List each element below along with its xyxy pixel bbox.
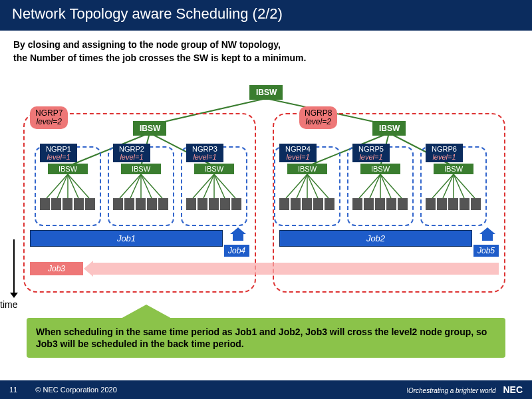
- callout-bubble: When scheduling in the same time period …: [27, 318, 505, 358]
- nodes-3: [186, 198, 241, 210]
- page-number: 11: [9, 386, 17, 394]
- subhead-line2: the Number of times the job crosses the …: [13, 53, 306, 63]
- job5-bar: Job5: [473, 245, 499, 257]
- ibsw-5: IBSW: [360, 164, 400, 174]
- job3-arrow-icon: [93, 263, 499, 275]
- tagline: \Orchestrating a brighter world: [406, 387, 496, 394]
- ibsw-1: IBSW: [48, 164, 88, 174]
- ngrp4-level: level=1: [286, 153, 309, 161]
- slide-title: Network Topology aware Scheduling (2/2): [12, 5, 283, 22]
- subhead-line1: By closing and assigning to the node gro…: [13, 39, 281, 50]
- nodes-6: [426, 198, 481, 210]
- ngrp4-tag: NGRP4level=1: [279, 144, 317, 162]
- ibsw-6: IBSW: [434, 164, 473, 174]
- ngrp5-name: NGRP5: [358, 145, 384, 153]
- ngrp2-level: level=1: [120, 153, 143, 161]
- ngrp8-name: NGRP8: [305, 108, 332, 118]
- ngrp8-level: level=2: [305, 117, 331, 126]
- nodes-2: [113, 198, 168, 210]
- footer: 11 © NEC Corporation 2020 \Orchestrating…: [0, 380, 532, 399]
- ngrp4-name: NGRP4: [285, 145, 311, 153]
- slide-header: Network Topology aware Scheduling (2/2): [0, 0, 532, 31]
- ngrp2-name: NGRP2: [119, 145, 144, 153]
- job4-arrow-icon: [233, 234, 243, 241]
- callout-text: When scheduling in the same time period …: [36, 327, 487, 349]
- diagram-canvas: IBSW IBSW IBSW NGRP7 level=2 NGRP8 level…: [20, 80, 512, 306]
- time-label: time: [0, 299, 17, 310]
- ngrp2-tag: NGRP2level=1: [113, 144, 150, 162]
- ngrp7-name: NGRP7: [35, 108, 63, 118]
- ngrp7-level: level=2: [36, 117, 61, 126]
- ngrp3-level: level=1: [193, 153, 216, 161]
- job4-bar: Job4: [224, 245, 249, 257]
- nodes-1: [40, 198, 95, 210]
- ngrp1-tag: NGRP1level=1: [40, 144, 77, 162]
- time-axis-arrow-icon: [13, 239, 15, 293]
- ngrp6-level: level=1: [432, 153, 456, 161]
- ibsw-4: IBSW: [287, 164, 327, 174]
- ngrp7-tag: NGRP7 level=2: [30, 106, 68, 129]
- ibsw-root: IBSW: [249, 85, 283, 100]
- copyright: © NEC Corporation 2020: [35, 386, 116, 394]
- job3-bar: Job3: [30, 262, 83, 275]
- job1-bar: Job1: [30, 230, 223, 247]
- subhead: By closing and assigning to the node gro…: [0, 31, 532, 70]
- job5-arrow-icon: [482, 234, 493, 241]
- ngrp3-tag: NGRP3level=1: [186, 144, 223, 162]
- ngrp6-tag: NGRP6level=1: [426, 144, 463, 162]
- ibsw-3: IBSW: [194, 164, 234, 174]
- job2-bar: Job2: [279, 230, 472, 247]
- ngrp6-name: NGRP6: [432, 145, 457, 153]
- ngrp5-tag: NGRP5level=1: [352, 144, 390, 162]
- ngrp5-level: level=1: [359, 153, 382, 161]
- ngrp8-tag: NGRP8 level=2: [299, 106, 337, 129]
- nodes-5: [352, 198, 408, 210]
- brand-logo: NEC: [503, 384, 523, 395]
- nodes-4: [279, 198, 334, 210]
- ibsw-2: IBSW: [121, 164, 161, 174]
- ngrp1-name: NGRP1: [46, 145, 71, 153]
- ngrp3-name: NGRP3: [192, 145, 217, 153]
- ngrp1-level: level=1: [47, 153, 70, 161]
